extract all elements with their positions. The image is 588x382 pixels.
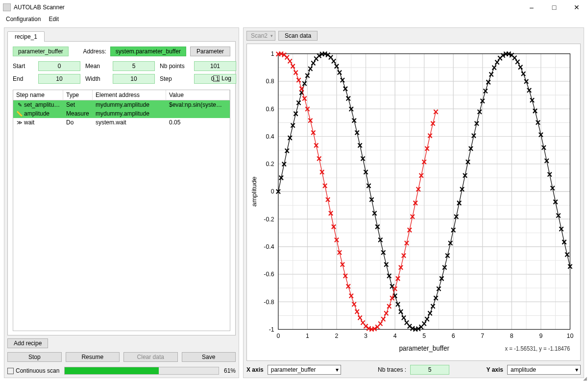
svg-text:7: 7 — [481, 332, 484, 339]
scan-select[interactable]: Scan2 ▾ — [246, 31, 275, 41]
minimize-button[interactable]: – — [520, 0, 543, 15]
y-axis-value: amplitude — [511, 366, 536, 373]
title-bar: AUTOLAB Scanner – □ ✕ — [0, 0, 588, 15]
right-panel: Scan2 ▾ Scan data 012345678910-1-0.8-0.6… — [243, 27, 584, 378]
col-step-name[interactable]: Step name — [13, 90, 63, 100]
end-input[interactable]: 10 — [38, 74, 80, 84]
svg-text:4: 4 — [393, 332, 397, 339]
chevron-down-icon: ▾ — [575, 366, 578, 373]
svg-text:-0.6: -0.6 — [264, 270, 274, 278]
clear-data-button[interactable]: Clear data — [123, 352, 178, 362]
col-element-address[interactable]: Element address — [93, 90, 166, 100]
window-title: AUTOLAB Scanner — [14, 4, 520, 11]
nb-traces-label: Nb traces : — [378, 366, 406, 373]
svg-text:5: 5 — [422, 332, 426, 339]
svg-text:parameter_buffer: parameter_buffer — [399, 344, 449, 352]
col-value[interactable]: Value — [166, 90, 230, 100]
app-icon — [3, 3, 11, 11]
parameter-buffer-chip[interactable]: parameter_buffer — [13, 47, 69, 56]
svg-text:6: 6 — [452, 332, 455, 339]
plot-area[interactable]: 012345678910-1-0.8-0.6-0.4-0.200.20.40.6… — [246, 44, 581, 361]
svg-text:1: 1 — [306, 332, 309, 339]
save-button[interactable]: Save — [182, 352, 236, 362]
continuous-scan-label: Continuous scan — [16, 367, 59, 374]
menu-configuration[interactable]: Configuration — [2, 15, 45, 24]
resume-button[interactable]: Resume — [66, 352, 120, 362]
chevron-down-icon: ▾ — [270, 33, 273, 38]
svg-text:0.6: 0.6 — [266, 105, 274, 112]
step-icon: 📏 — [16, 111, 23, 117]
parameter-button[interactable]: Parameter — [190, 47, 230, 56]
y-axis-select[interactable]: amplitude ▾ — [507, 365, 581, 375]
mean-label: Mean — [85, 63, 108, 70]
table-row[interactable]: ≫waitDosystem.wait0.05 — [13, 118, 230, 127]
menu-bar: Configuration Edit — [0, 15, 588, 25]
col-type[interactable]: Type — [63, 90, 93, 100]
start-label: Start — [13, 63, 33, 70]
step-icon: ✎ — [16, 102, 23, 108]
start-input[interactable]: 0 — [38, 61, 80, 71]
progress-percent: 61% — [224, 367, 236, 374]
recipe-tab-body: parameter_buffer Address: system.paramet… — [7, 41, 236, 335]
left-panel: recipe_1 parameter_buffer Address: syste… — [4, 27, 239, 378]
step-label: Step — [160, 75, 189, 82]
svg-text:10: 10 — [567, 332, 574, 339]
x-axis-label: X axis — [246, 366, 264, 373]
address-label: Address: — [83, 48, 106, 55]
close-button[interactable]: ✕ — [565, 0, 588, 15]
stop-button[interactable]: Stop — [7, 352, 62, 362]
svg-text:1: 1 — [271, 50, 274, 57]
nb-points-label: Nb points — [160, 63, 189, 70]
mean-input[interactable]: 5 — [113, 61, 155, 71]
svg-text:amplitude: amplitude — [250, 176, 258, 207]
svg-text:0: 0 — [276, 332, 280, 339]
table-row[interactable]: 📏amplitudeMeasuremydummy.amplitude — [13, 109, 230, 118]
tab-recipe-1[interactable]: recipe_1 — [7, 31, 45, 42]
x-axis-select[interactable]: parameter_buffer ▾ — [268, 365, 341, 375]
table-row[interactable]: ✎set_amplitu…Setmydummy.amplitude$eval:n… — [13, 100, 230, 109]
steps-table[interactable]: Step name Type Element address Value ✎se… — [13, 90, 230, 331]
y-axis-label: Y axis — [487, 366, 503, 373]
svg-text:-1: -1 — [269, 326, 274, 333]
svg-text:3: 3 — [364, 332, 368, 339]
menu-edit[interactable]: Edit — [45, 15, 63, 24]
step-icon: ≫ — [16, 119, 23, 126]
add-recipe-button[interactable]: Add recipe — [7, 338, 48, 348]
nb-points-input[interactable]: 101 — [194, 61, 236, 71]
svg-text:-0.4: -0.4 — [264, 243, 274, 250]
svg-text:9: 9 — [539, 332, 542, 339]
svg-text:-0.2: -0.2 — [264, 215, 274, 222]
svg-text:0.2: 0.2 — [266, 160, 274, 167]
svg-text:0.4: 0.4 — [266, 133, 274, 140]
svg-text:-0.8: -0.8 — [264, 298, 274, 305]
svg-text:2: 2 — [335, 332, 339, 339]
log-label: Log — [221, 75, 231, 82]
width-input[interactable]: 10 — [113, 74, 155, 84]
svg-text:0: 0 — [271, 188, 274, 195]
width-label: Width — [85, 75, 108, 82]
progress-bar — [64, 367, 219, 375]
scan-select-value: Scan2 — [251, 32, 268, 39]
address-value: system.parameter_buffer — [110, 47, 186, 56]
maximize-button[interactable]: □ — [543, 0, 565, 15]
log-checkbox[interactable] — [213, 75, 220, 82]
svg-text:0.8: 0.8 — [266, 77, 274, 85]
resize-grip[interactable]: ◢ — [583, 376, 587, 381]
chevron-down-icon: ▾ — [336, 366, 339, 373]
end-label: End — [13, 75, 33, 82]
continuous-scan-checkbox[interactable] — [7, 368, 14, 374]
svg-text:8: 8 — [510, 332, 514, 339]
x-axis-value: parameter_buffer — [271, 366, 316, 373]
scan-data-button[interactable]: Scan data — [278, 31, 318, 41]
svg-text:x = -1.56531, y = -1.18476: x = -1.56531, y = -1.18476 — [505, 345, 570, 352]
nb-traces-input[interactable]: 5 — [410, 365, 449, 375]
